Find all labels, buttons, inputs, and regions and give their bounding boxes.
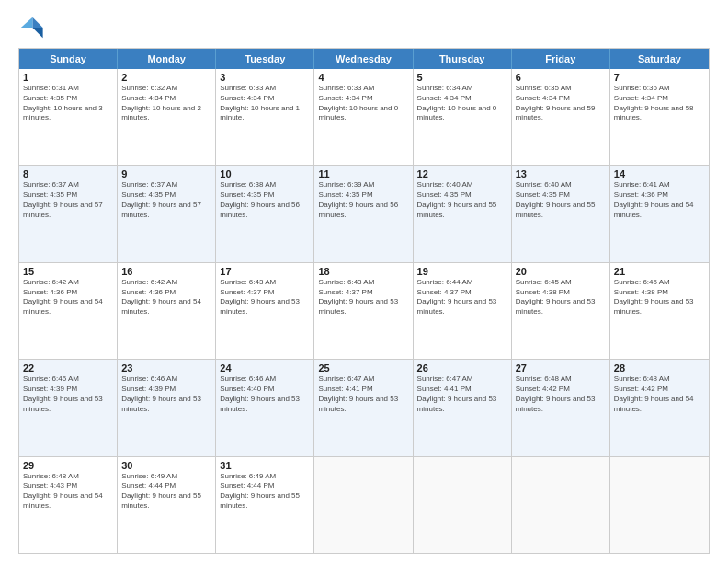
day-cell: 13Sunrise: 6:40 AMSunset: 4:35 PMDayligh… [512, 166, 610, 261]
day-number: 24 [220, 362, 310, 373]
day-info: Sunrise: 6:42 AMSunset: 4:36 PMDaylight:… [23, 278, 113, 317]
header [18, 15, 710, 40]
day-info: Sunrise: 6:45 AMSunset: 4:38 PMDaylight:… [614, 278, 705, 317]
day-cell: 5Sunrise: 6:34 AMSunset: 4:34 PMDaylight… [414, 69, 512, 165]
day-info: Sunrise: 6:46 AMSunset: 4:40 PMDaylight:… [220, 374, 310, 414]
day-info: Sunrise: 6:38 AMSunset: 4:35 PMDaylight:… [220, 180, 310, 220]
day-cell: 3Sunrise: 6:33 AMSunset: 4:34 PMDaylight… [216, 69, 314, 165]
svg-marker-0 [32, 17, 42, 28]
day-info: Sunrise: 6:35 AMSunset: 4:34 PMDaylight:… [516, 84, 606, 123]
day-info: Sunrise: 6:37 AMSunset: 4:35 PMDaylight:… [23, 180, 113, 220]
svg-marker-1 [32, 28, 42, 38]
day-cell: 20Sunrise: 6:45 AMSunset: 4:38 PMDayligh… [512, 263, 610, 359]
day-cell: 28Sunrise: 6:48 AMSunset: 4:42 PMDayligh… [610, 360, 709, 455]
day-cell: 10Sunrise: 6:38 AMSunset: 4:35 PMDayligh… [216, 166, 314, 261]
day-cell: 24Sunrise: 6:46 AMSunset: 4:40 PMDayligh… [216, 360, 314, 455]
day-info: Sunrise: 6:48 AMSunset: 4:42 PMDaylight:… [614, 374, 705, 414]
day-info: Sunrise: 6:48 AMSunset: 4:42 PMDaylight:… [516, 374, 606, 414]
day-cell: 1Sunrise: 6:31 AMSunset: 4:35 PMDaylight… [19, 69, 118, 165]
day-info: Sunrise: 6:40 AMSunset: 4:35 PMDaylight:… [417, 180, 507, 220]
calendar-row: 22Sunrise: 6:46 AMSunset: 4:39 PMDayligh… [19, 359, 709, 455]
day-number: 30 [121, 460, 211, 471]
day-number: 10 [220, 168, 310, 179]
day-number: 7 [614, 72, 705, 83]
day-info: Sunrise: 6:44 AMSunset: 4:37 PMDaylight:… [417, 278, 507, 317]
day-number: 5 [417, 72, 507, 83]
svg-marker-2 [21, 17, 33, 28]
day-cell: 4Sunrise: 6:33 AMSunset: 4:34 PMDaylight… [314, 69, 413, 165]
header-cell-friday: Friday [512, 49, 610, 69]
day-info: Sunrise: 6:43 AMSunset: 4:37 PMDaylight:… [318, 278, 408, 317]
day-cell: 26Sunrise: 6:47 AMSunset: 4:41 PMDayligh… [414, 360, 512, 455]
day-cell: 27Sunrise: 6:48 AMSunset: 4:42 PMDayligh… [512, 360, 610, 455]
day-info: Sunrise: 6:49 AMSunset: 4:44 PMDaylight:… [220, 472, 310, 511]
day-number: 20 [516, 266, 606, 277]
day-info: Sunrise: 6:41 AMSunset: 4:36 PMDaylight:… [614, 180, 705, 220]
day-number: 17 [220, 266, 310, 277]
day-number: 16 [121, 266, 211, 277]
empty-cell [610, 457, 709, 553]
day-info: Sunrise: 6:48 AMSunset: 4:43 PMDaylight:… [23, 472, 113, 511]
day-info: Sunrise: 6:46 AMSunset: 4:39 PMDaylight:… [121, 374, 211, 414]
day-info: Sunrise: 6:32 AMSunset: 4:34 PMDaylight:… [121, 84, 211, 123]
day-info: Sunrise: 6:49 AMSunset: 4:44 PMDaylight:… [121, 472, 211, 511]
calendar-row: 29Sunrise: 6:48 AMSunset: 4:43 PMDayligh… [19, 456, 709, 553]
day-info: Sunrise: 6:45 AMSunset: 4:38 PMDaylight:… [516, 278, 606, 317]
day-cell: 7Sunrise: 6:36 AMSunset: 4:34 PMDaylight… [610, 69, 709, 165]
day-cell: 12Sunrise: 6:40 AMSunset: 4:35 PMDayligh… [414, 166, 512, 261]
calendar-row: 8Sunrise: 6:37 AMSunset: 4:35 PMDaylight… [19, 165, 709, 261]
day-number: 27 [516, 362, 606, 373]
day-info: Sunrise: 6:31 AMSunset: 4:35 PMDaylight:… [23, 84, 113, 123]
day-cell: 9Sunrise: 6:37 AMSunset: 4:35 PMDaylight… [118, 166, 216, 261]
day-info: Sunrise: 6:39 AMSunset: 4:35 PMDaylight:… [318, 180, 408, 220]
day-number: 23 [121, 362, 211, 373]
day-info: Sunrise: 6:36 AMSunset: 4:34 PMDaylight:… [614, 84, 705, 123]
day-cell: 15Sunrise: 6:42 AMSunset: 4:36 PMDayligh… [19, 263, 118, 359]
day-info: Sunrise: 6:43 AMSunset: 4:37 PMDaylight:… [220, 278, 310, 317]
day-number: 15 [23, 266, 113, 277]
day-number: 31 [220, 460, 310, 471]
day-cell: 21Sunrise: 6:45 AMSunset: 4:38 PMDayligh… [610, 263, 709, 359]
day-number: 25 [318, 362, 408, 373]
calendar-header: SundayMondayTuesdayWednesdayThursdayFrid… [19, 49, 709, 69]
day-number: 19 [417, 266, 507, 277]
day-cell: 11Sunrise: 6:39 AMSunset: 4:35 PMDayligh… [314, 166, 413, 261]
day-number: 13 [516, 168, 606, 179]
header-cell-sunday: Sunday [19, 49, 118, 69]
day-cell: 14Sunrise: 6:41 AMSunset: 4:36 PMDayligh… [610, 166, 709, 261]
day-cell: 2Sunrise: 6:32 AMSunset: 4:34 PMDaylight… [118, 69, 216, 165]
page: SundayMondayTuesdayWednesdayThursdayFrid… [0, 0, 728, 563]
day-cell: 25Sunrise: 6:47 AMSunset: 4:41 PMDayligh… [314, 360, 413, 455]
day-cell: 8Sunrise: 6:37 AMSunset: 4:35 PMDaylight… [19, 166, 118, 261]
day-cell: 30Sunrise: 6:49 AMSunset: 4:44 PMDayligh… [118, 457, 216, 553]
day-cell: 18Sunrise: 6:43 AMSunset: 4:37 PMDayligh… [314, 263, 413, 359]
day-number: 1 [23, 72, 113, 83]
day-info: Sunrise: 6:34 AMSunset: 4:34 PMDaylight:… [417, 84, 507, 123]
day-cell: 16Sunrise: 6:42 AMSunset: 4:36 PMDayligh… [118, 263, 216, 359]
header-cell-tuesday: Tuesday [216, 49, 314, 69]
day-info: Sunrise: 6:47 AMSunset: 4:41 PMDaylight:… [318, 374, 408, 414]
day-cell: 19Sunrise: 6:44 AMSunset: 4:37 PMDayligh… [414, 263, 512, 359]
logo-icon [18, 15, 44, 40]
calendar: SundayMondayTuesdayWednesdayThursdayFrid… [18, 48, 710, 554]
day-number: 26 [417, 362, 507, 373]
day-info: Sunrise: 6:47 AMSunset: 4:41 PMDaylight:… [417, 374, 507, 414]
day-number: 9 [121, 168, 211, 179]
day-number: 8 [23, 168, 113, 179]
day-number: 6 [516, 72, 606, 83]
day-cell: 31Sunrise: 6:49 AMSunset: 4:44 PMDayligh… [216, 457, 314, 553]
day-cell: 6Sunrise: 6:35 AMSunset: 4:34 PMDaylight… [512, 69, 610, 165]
day-number: 3 [220, 72, 310, 83]
empty-cell [414, 457, 512, 553]
day-cell: 29Sunrise: 6:48 AMSunset: 4:43 PMDayligh… [19, 457, 118, 553]
empty-cell [314, 457, 413, 553]
day-info: Sunrise: 6:40 AMSunset: 4:35 PMDaylight:… [516, 180, 606, 220]
header-cell-monday: Monday [118, 49, 216, 69]
day-number: 4 [318, 72, 408, 83]
header-cell-saturday: Saturday [610, 49, 709, 69]
day-number: 2 [121, 72, 211, 83]
calendar-body: 1Sunrise: 6:31 AMSunset: 4:35 PMDaylight… [19, 69, 709, 553]
day-cell: 17Sunrise: 6:43 AMSunset: 4:37 PMDayligh… [216, 263, 314, 359]
day-number: 29 [23, 460, 113, 471]
day-info: Sunrise: 6:37 AMSunset: 4:35 PMDaylight:… [121, 180, 211, 220]
